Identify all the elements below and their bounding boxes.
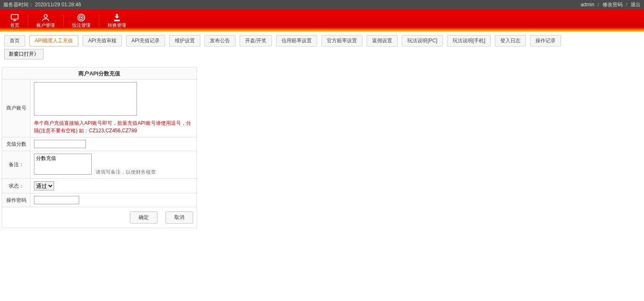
separator: / [597,0,599,9]
score-input[interactable] [34,140,86,148]
main-nav: 首页 账户管理 投注管理 转换管理 [0,9,644,32]
target-icon [77,13,86,22]
server-time: 服务器时间： 2020/11/29 01:28:46 [3,0,81,9]
nav-label: 投注管理 [72,22,91,28]
user-icon [41,13,50,22]
remark-hint: 请填写备注，以便财务核查 [96,169,156,175]
svg-point-4 [81,17,82,18]
server-time-value: 2020/11/29 01:28:46 [35,2,81,8]
sub-tabs: 首页 API额度人工充值 API充值审核 API充值记录 维护设置 发布公告 开… [0,32,644,49]
remark-input[interactable] [34,154,92,175]
remark-label: 备注： [2,151,31,179]
tab-howto-pc[interactable]: 玩法说明[PC] [402,35,442,46]
status-select[interactable]: 通过 [34,181,54,190]
remark-cell: 请填写备注，以便财务核查 [31,151,197,179]
tab-api-recharge-review[interactable]: API充值审核 [83,35,122,46]
top-status-bar: 服务器时间： 2020/11/29 01:28:46 admin / 修改密码 … [0,0,644,9]
oppwd-label: 操作密码 [2,193,31,207]
nav-divider [99,14,99,27]
tab-maintenance[interactable]: 维护设置 [169,35,200,46]
logout-link[interactable]: 退出 [631,0,641,9]
form-table: 商户账号 单个商户充值直接输入API账号即可，批量充值API账号请使用逗号，分隔… [2,79,197,207]
nav-label: 账户管理 [36,22,55,28]
tab-open-draw[interactable]: 开盘/开奖 [240,35,272,46]
monitor-icon [10,13,19,22]
tab-rebate[interactable]: 返佣设置 [367,35,398,46]
oppwd-cell [31,193,197,207]
sub-row: 新窗口打开》 [0,49,644,63]
nav-divider [63,14,64,27]
form-buttons: 确定 取消 [2,207,197,228]
tab-official-odds[interactable]: 官方赔率设置 [321,35,362,46]
nav-accounts[interactable]: 账户管理 [31,11,61,30]
nav-label: 转换管理 [108,22,126,28]
money-icon [112,13,122,22]
svg-point-1 [44,14,47,17]
nav-label: 首页 [10,22,19,28]
tab-op-log[interactable]: 操作记录 [530,35,561,46]
recharge-form: 商户API分数充值 商户账号 单个商户充值直接输入API账号即可，批量充值API… [2,67,197,228]
score-cell [31,137,197,151]
tab-home[interactable]: 首页 [4,35,25,46]
cancel-button[interactable]: 取消 [166,211,193,224]
account-input[interactable] [34,82,137,116]
separator: / [626,0,627,9]
tab-login-log[interactable]: 登入日志 [495,35,526,46]
operation-password-input[interactable] [34,196,79,204]
tab-howto-mobile[interactable]: 玩法说明[手机] [447,35,491,46]
server-time-label: 服务器时间： [3,2,34,8]
form-title: 商户API分数充值 [2,67,197,79]
tab-api-manual-recharge[interactable]: API额度人工充值 [29,35,78,46]
account-label: 商户账号 [2,80,31,137]
top-right-links: admin / 修改密码 / 退出 [581,0,641,9]
status-cell: 通过 [31,179,197,193]
nav-transfer[interactable]: 转换管理 [102,11,132,30]
score-label: 充值分数 [2,137,31,151]
nav-home[interactable]: 首页 [4,11,25,30]
nav-bets[interactable]: 投注管理 [66,11,96,30]
nav-divider [28,14,28,27]
status-label: 状态： [2,179,31,193]
svg-rect-0 [11,14,18,19]
tab-announce[interactable]: 发布公告 [204,35,235,46]
change-password-link[interactable]: 修改密码 [603,0,623,9]
account-hint: 单个商户充值直接输入API账号即可，批量充值API账号请使用逗号，分隔(注意不要… [34,119,193,134]
tab-credit-odds[interactable]: 信用赔率设置 [276,35,317,46]
tab-api-recharge-log[interactable]: API充值记录 [126,35,165,46]
open-new-window-button[interactable]: 新窗口打开》 [4,49,44,59]
ok-button[interactable]: 确定 [130,211,158,224]
account-cell: 单个商户充值直接输入API账号即可，批量充值API账号请使用逗号，分隔(注意不要… [31,80,197,137]
user-link[interactable]: admin [581,0,595,9]
